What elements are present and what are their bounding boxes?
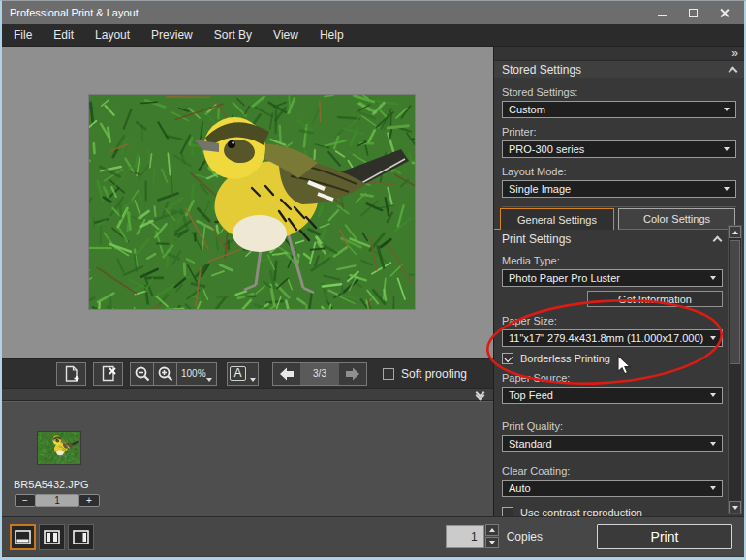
get-information-button[interactable]: Get Information bbox=[587, 291, 723, 307]
media-type-dropdown[interactable]: Photo Paper Pro Luster bbox=[502, 269, 723, 287]
copies-input[interactable] bbox=[446, 525, 484, 548]
copies-label: Copies bbox=[507, 530, 543, 544]
stored-settings-dropdown[interactable]: Custom bbox=[502, 101, 736, 118]
delete-page-button[interactable] bbox=[93, 362, 123, 386]
bottom-bar: Copies Print bbox=[2, 516, 744, 556]
image-thumbnail[interactable] bbox=[38, 432, 80, 464]
chevron-down-icon bbox=[710, 486, 716, 490]
chevron-down-icon bbox=[250, 378, 256, 382]
divider bbox=[502, 206, 736, 207]
borderless-printing-checkbox[interactable] bbox=[502, 353, 513, 364]
minimize-button[interactable] bbox=[649, 4, 674, 21]
close-icon bbox=[719, 8, 730, 18]
copies-decrease-button[interactable] bbox=[485, 537, 499, 548]
soft-proofing-checkbox[interactable] bbox=[383, 368, 394, 380]
paper-source-label: Paper Source: bbox=[502, 372, 723, 384]
layout-sidebar-view-button[interactable] bbox=[68, 524, 94, 550]
chevron-down-icon bbox=[206, 378, 212, 382]
count-value: 1 bbox=[36, 494, 78, 507]
settings-panel: » Stored Settings Stored Settings: Custo… bbox=[494, 47, 744, 516]
borderless-printing-label: Borderless Printing bbox=[520, 353, 610, 364]
paper-size-label: Paper Size: bbox=[502, 315, 723, 327]
zoom-out-icon bbox=[134, 365, 151, 383]
print-quality-dropdown[interactable]: Standard bbox=[502, 435, 723, 452]
add-page-icon bbox=[62, 364, 81, 384]
collapse-down-icon[interactable] bbox=[477, 389, 483, 399]
collapse-right-icon: » bbox=[731, 48, 738, 58]
layout-mode-label: Layout Mode: bbox=[502, 166, 736, 177]
menu-file[interactable]: File bbox=[4, 25, 42, 45]
previous-page-button[interactable] bbox=[273, 363, 300, 385]
layout-single-view-button[interactable] bbox=[10, 524, 36, 550]
print-button[interactable]: Print bbox=[597, 524, 732, 549]
menu-layout[interactable]: Layout bbox=[85, 25, 140, 45]
zoom-controls: 100% bbox=[130, 362, 217, 386]
layout-mode-dropdown[interactable]: Single Image bbox=[502, 180, 736, 198]
triangle-down-icon bbox=[489, 541, 495, 544]
paper-source-dropdown[interactable]: Top Feed bbox=[502, 387, 723, 404]
maximize-button[interactable] bbox=[680, 4, 705, 21]
sidebar-view-icon bbox=[73, 530, 89, 544]
zoom-level-dropdown[interactable]: 100% bbox=[176, 362, 217, 386]
triangle-down-icon bbox=[732, 506, 738, 510]
collapse-up-icon bbox=[729, 66, 738, 76]
chevron-down-icon bbox=[710, 336, 716, 340]
layout-split-view-button[interactable] bbox=[39, 524, 65, 550]
tab-general-settings[interactable]: General Settings bbox=[500, 208, 614, 230]
scrollbar-thumb[interactable] bbox=[730, 240, 740, 364]
copies-increase-button[interactable] bbox=[485, 524, 499, 536]
title-bar: Professional Print & Layout bbox=[2, 1, 744, 24]
add-page-button[interactable] bbox=[56, 362, 86, 386]
print-settings-header[interactable]: Print Settings bbox=[494, 230, 744, 249]
zoom-out-button[interactable] bbox=[130, 362, 153, 386]
scroll-up-button[interactable] bbox=[729, 226, 741, 238]
menu-preview[interactable]: Preview bbox=[141, 25, 202, 45]
zoom-in-icon bbox=[157, 365, 174, 383]
preview-pane: 100% A 3/3 bbox=[2, 47, 494, 516]
media-type-label: Media Type: bbox=[502, 255, 723, 266]
menu-bar: File Edit Layout Preview Sort By View He… bbox=[2, 24, 744, 47]
maximize-icon bbox=[689, 9, 698, 17]
app-window: Professional Print & Layout File Edit La… bbox=[0, 0, 746, 560]
zoom-in-button[interactable] bbox=[153, 362, 176, 386]
image-count-stepper: − 1 + bbox=[15, 494, 100, 507]
count-decrease-button[interactable]: − bbox=[15, 494, 36, 507]
tab-color-settings[interactable]: Color Settings bbox=[618, 208, 735, 230]
scroll-down-button[interactable] bbox=[729, 501, 741, 513]
text-annotation-icon: A bbox=[230, 366, 245, 381]
filmstrip-splitter[interactable] bbox=[2, 388, 493, 401]
clear-coating-label: Clear Coating: bbox=[502, 465, 723, 477]
chevron-down-icon bbox=[724, 147, 730, 151]
next-page-button[interactable] bbox=[339, 363, 366, 385]
preview-toolbar: 100% A 3/3 bbox=[2, 358, 493, 388]
settings-scrollbar[interactable] bbox=[728, 225, 742, 514]
contrast-reproduction-toggle[interactable]: Use contrast reproduction bbox=[502, 507, 723, 516]
minimize-icon bbox=[658, 15, 667, 16]
clear-coating-dropdown[interactable]: Auto bbox=[502, 480, 723, 497]
menu-view[interactable]: View bbox=[264, 25, 308, 45]
menu-sort-by[interactable]: Sort By bbox=[204, 25, 262, 45]
stored-settings-header[interactable]: Stored Settings bbox=[494, 61, 744, 78]
contrast-reproduction-checkbox[interactable] bbox=[502, 507, 513, 516]
annotation-dropdown[interactable]: A bbox=[227, 362, 259, 386]
delete-page-icon bbox=[99, 364, 118, 384]
menu-edit[interactable]: Edit bbox=[44, 25, 83, 45]
page-indicator: 3/3 bbox=[300, 363, 339, 385]
preview-image[interactable] bbox=[89, 95, 415, 309]
borderless-printing-toggle[interactable]: Borderless Printing bbox=[502, 353, 723, 364]
paper-size-dropdown[interactable]: 11"x17" 279.4x431.8mm (11.000x17.000) bbox=[502, 329, 723, 347]
printer-label: Printer: bbox=[502, 126, 736, 138]
close-button[interactable] bbox=[711, 4, 736, 21]
count-increase-button[interactable]: + bbox=[78, 494, 100, 507]
chevron-down-icon bbox=[710, 442, 716, 446]
zoom-level-value: 100% bbox=[181, 368, 206, 379]
panel-collapse-bar[interactable]: » bbox=[494, 47, 744, 61]
arrow-right-icon bbox=[344, 366, 361, 382]
filmstrip-panel: BR5A5432.JPG − 1 + bbox=[2, 401, 493, 516]
contrast-reproduction-label: Use contrast reproduction bbox=[520, 507, 642, 516]
printer-dropdown[interactable]: PRO-300 series bbox=[502, 140, 736, 158]
soft-proofing-toggle[interactable]: Soft proofing bbox=[383, 367, 467, 381]
menu-help[interactable]: Help bbox=[310, 25, 354, 45]
chevron-down-icon bbox=[710, 393, 716, 397]
chevron-down-icon bbox=[724, 187, 730, 191]
